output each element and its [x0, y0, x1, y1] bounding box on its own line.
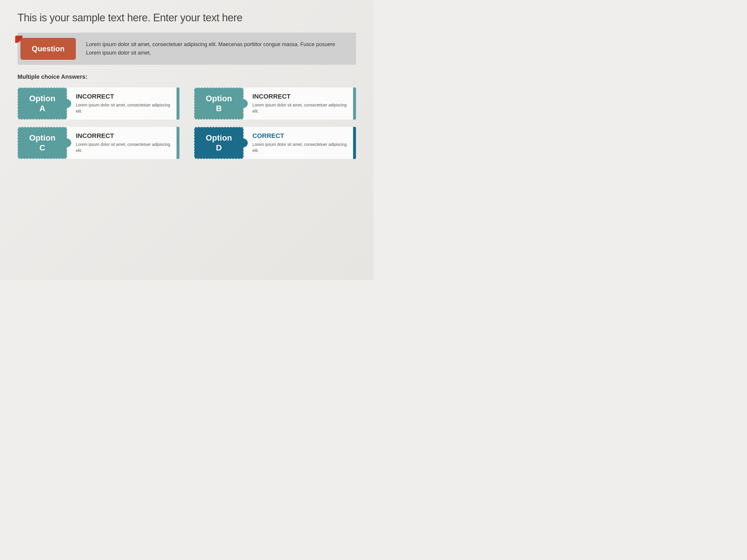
- option-content-d: CORRECT Lorem ipsum dolor sit amet, cons…: [243, 127, 353, 159]
- option-bar-d: [353, 127, 356, 159]
- option-bar-c: [177, 127, 179, 159]
- option-content-c: INCORRECT Lorem ipsum dolor sit amet, co…: [67, 127, 177, 159]
- question-label: Question: [20, 38, 76, 60]
- option-desc-b: Lorem ipsum dolor sit amet, consectetuer…: [252, 102, 349, 114]
- option-card-c[interactable]: Option C INCORRECT Lorem ipsum dolor sit…: [18, 127, 179, 159]
- option-status-a: INCORRECT: [76, 93, 172, 100]
- option-status-c: INCORRECT: [76, 132, 172, 140]
- option-bar-b: [353, 87, 356, 119]
- page-title: This is your sample text here. Enter you…: [18, 12, 356, 24]
- option-card-d[interactable]: Option D CORRECT Lorem ipsum dolor sit a…: [194, 127, 356, 159]
- option-desc-a: Lorem ipsum dolor sit amet, consectetuer…: [76, 102, 172, 114]
- question-text: Lorem ipsum dolor sit amet, consectetuer…: [79, 36, 356, 61]
- option-status-d: CORRECT: [252, 132, 349, 140]
- option-letter-a: Option A: [18, 87, 67, 119]
- option-status-b: INCORRECT: [252, 93, 349, 100]
- option-card-b[interactable]: Option B INCORRECT Lorem ipsum dolor sit…: [194, 87, 356, 119]
- option-desc-d: Lorem ipsum dolor sit amet, consectetuer…: [252, 141, 349, 154]
- option-desc-c: Lorem ipsum dolor sit amet, consectetuer…: [76, 141, 172, 154]
- options-grid: Option A INCORRECT Lorem ipsum dolor sit…: [18, 87, 356, 159]
- option-letter-b: Option B: [194, 87, 243, 119]
- option-bar-a: [177, 87, 179, 119]
- option-content-a: INCORRECT Lorem ipsum dolor sit amet, co…: [67, 87, 177, 119]
- option-card-a[interactable]: Option A INCORRECT Lorem ipsum dolor sit…: [18, 87, 179, 119]
- mc-section-label: Multiple choice Answers:: [18, 74, 356, 80]
- option-letter-c: Option C: [18, 127, 67, 159]
- question-banner: Question Lorem ipsum dolor sit amet, con…: [18, 33, 356, 65]
- main-content: This is your sample text here. Enter you…: [0, 0, 374, 168]
- option-letter-d: Option D: [194, 127, 243, 159]
- option-content-b: INCORRECT Lorem ipsum dolor sit amet, co…: [243, 87, 353, 119]
- question-label-wrap: Question: [18, 38, 79, 60]
